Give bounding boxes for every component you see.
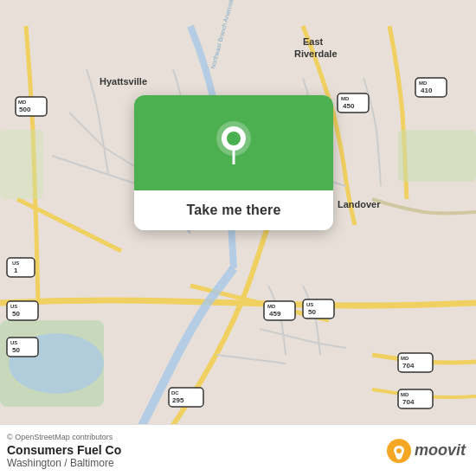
- svg-text:410: 410: [421, 87, 433, 94]
- location-pin-icon: [216, 121, 251, 164]
- svg-rect-42: [398, 130, 476, 182]
- svg-text:MD: MD: [401, 392, 409, 397]
- svg-text:US: US: [10, 304, 17, 309]
- svg-text:50: 50: [308, 308, 316, 316]
- take-me-there-button[interactable]: Take me there: [134, 190, 333, 230]
- svg-text:MD: MD: [267, 304, 276, 309]
- svg-text:DC: DC: [171, 390, 179, 396]
- svg-text:US: US: [306, 302, 313, 307]
- location-card: Take me there: [134, 95, 333, 230]
- moovit-pin-icon: [387, 439, 411, 463]
- svg-text:Riverdale: Riverdale: [294, 48, 338, 59]
- svg-text:US: US: [12, 261, 19, 266]
- svg-text:MD: MD: [401, 356, 409, 361]
- svg-text:704: 704: [402, 398, 415, 406]
- svg-text:MD: MD: [419, 80, 428, 86]
- svg-text:Hyattsville: Hyattsville: [100, 76, 147, 87]
- svg-text:459: 459: [269, 310, 281, 318]
- place-info: © OpenStreetMap contributors Consumers F…: [7, 433, 121, 469]
- svg-text:704: 704: [402, 362, 415, 370]
- svg-text:295: 295: [172, 396, 184, 404]
- svg-text:US: US: [10, 340, 17, 345]
- svg-text:Landover: Landover: [338, 199, 381, 209]
- svg-point-48: [396, 448, 402, 453]
- place-name: Consumers Fuel Co: [7, 443, 121, 457]
- bottom-info-bar: © OpenStreetMap contributors Consumers F…: [0, 424, 476, 476]
- svg-text:500: 500: [19, 106, 31, 113]
- svg-text:East: East: [303, 36, 324, 47]
- svg-text:MD: MD: [18, 100, 27, 105]
- map-attribution: © OpenStreetMap contributors: [7, 433, 121, 441]
- svg-text:50: 50: [12, 346, 20, 354]
- svg-text:MD: MD: [341, 96, 350, 101]
- svg-point-46: [227, 132, 241, 145]
- map-container: US 1 US 50 US 50 MD 500 MD 410 MD 450 MD…: [0, 0, 476, 476]
- map-background: US 1 US 50 US 50 MD 500 MD 410 MD 450 MD…: [0, 0, 476, 476]
- svg-text:1: 1: [14, 267, 18, 274]
- moovit-brand-text: moovit: [415, 441, 466, 460]
- place-location: Washington / Baltimore: [7, 457, 121, 469]
- card-map-header: [134, 95, 333, 190]
- svg-rect-3: [7, 258, 35, 277]
- svg-text:50: 50: [12, 310, 20, 318]
- svg-rect-43: [0, 130, 43, 199]
- moovit-logo: moovit: [387, 439, 466, 463]
- svg-text:450: 450: [343, 102, 355, 110]
